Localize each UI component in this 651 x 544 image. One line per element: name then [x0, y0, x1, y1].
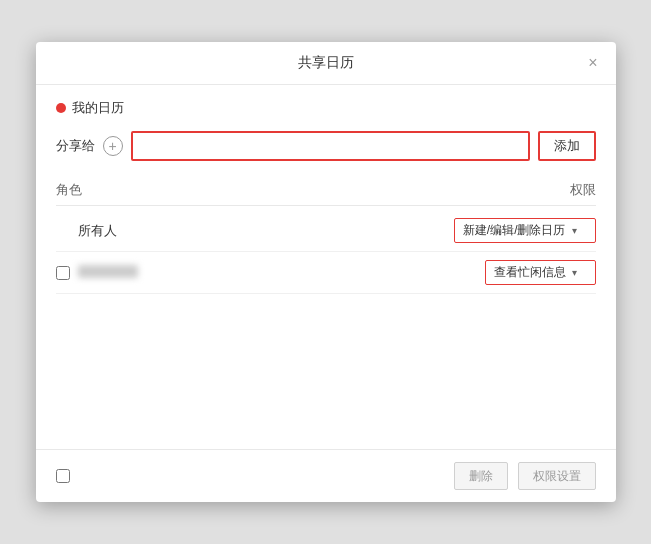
add-contact-button[interactable]: + — [103, 136, 123, 156]
user-name — [78, 265, 138, 281]
add-button[interactable]: 添加 — [538, 131, 596, 161]
dialog-body: 我的日历 分享给 + 添加 角色 权限 所有人 新建/编辑/删除日历 — [36, 85, 616, 449]
delete-button[interactable]: 删除 — [454, 462, 508, 490]
footer-left — [56, 469, 70, 483]
dialog-title: 共享日历 — [298, 54, 354, 72]
col-role-header: 角色 — [56, 181, 82, 199]
user-row-checkbox[interactable] — [56, 266, 70, 280]
plus-icon: + — [108, 138, 116, 154]
share-calendar-dialog: 共享日历 × 我的日历 分享给 + 添加 角色 权限 所有人 新建/编辑/删除日 — [36, 42, 616, 502]
calendar-dot-icon — [56, 103, 66, 113]
footer-checkbox[interactable] — [56, 469, 70, 483]
row-left — [56, 265, 138, 281]
share-input[interactable] — [131, 131, 530, 161]
owner-name: 所有人 — [56, 222, 117, 240]
share-row: 分享给 + 添加 — [56, 131, 596, 161]
calendar-label-row: 我的日历 — [56, 99, 596, 117]
blurred-username — [78, 265, 138, 278]
calendar-name: 我的日历 — [72, 99, 124, 117]
user-permission-dropdown[interactable]: 查看忙闲信息 — [485, 260, 596, 285]
dialog-footer: 删除 权限设置 — [36, 449, 616, 502]
col-permission-header: 权限 — [570, 181, 596, 199]
table-row-owner: 所有人 新建/编辑/删除日历 — [56, 210, 596, 252]
user-permission-label: 查看忙闲信息 — [494, 264, 566, 281]
table-header: 角色 权限 — [56, 175, 596, 206]
permission-settings-button[interactable]: 权限设置 — [518, 462, 596, 490]
share-label: 分享给 — [56, 137, 95, 155]
owner-permission-dropdown[interactable]: 新建/编辑/删除日历 — [454, 218, 596, 243]
close-button[interactable]: × — [584, 53, 601, 73]
dialog-title-bar: 共享日历 × — [36, 42, 616, 85]
owner-permission-label: 新建/编辑/删除日历 — [463, 222, 566, 239]
table-row-user: 查看忙闲信息 — [56, 252, 596, 294]
